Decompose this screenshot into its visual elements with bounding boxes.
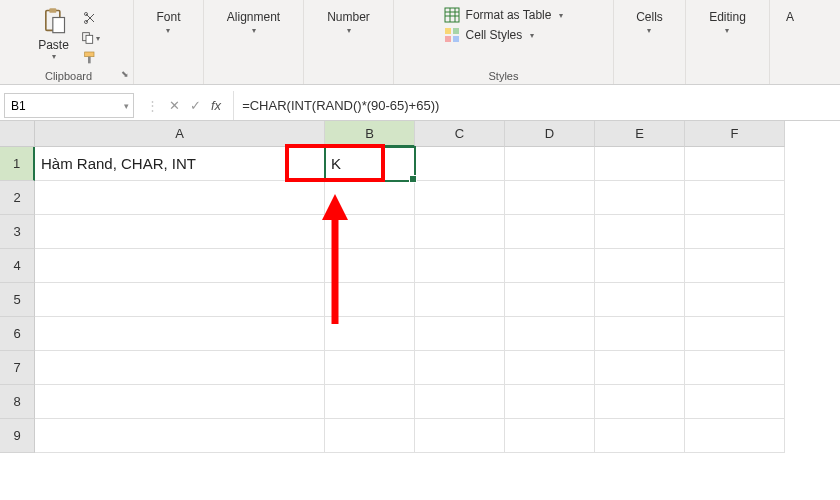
column-header-D[interactable]: D <box>505 121 595 147</box>
cell-D1[interactable] <box>505 147 595 181</box>
cell-B7[interactable] <box>325 351 415 385</box>
cell-B6[interactable] <box>325 317 415 351</box>
cell-A7[interactable] <box>35 351 325 385</box>
cut-button[interactable] <box>77 8 103 28</box>
cell-C2[interactable] <box>415 181 505 215</box>
cell-E6[interactable] <box>595 317 685 351</box>
cell-E4[interactable] <box>595 249 685 283</box>
row-header-5[interactable]: 5 <box>0 283 35 317</box>
select-all-corner[interactable] <box>0 121 35 147</box>
cell-A3[interactable] <box>35 215 325 249</box>
cell-B1[interactable]: K <box>325 147 415 181</box>
cell-A8[interactable] <box>35 385 325 419</box>
chevron-down-icon[interactable]: ▾ <box>124 101 129 111</box>
cell-D8[interactable] <box>505 385 595 419</box>
cell-C7[interactable] <box>415 351 505 385</box>
cell-E9[interactable] <box>595 419 685 453</box>
ribbon: Paste ▾ ▾ Clipboard ⬊ Font ▾ Alignment ▾… <box>0 0 840 85</box>
row-header-8[interactable]: 8 <box>0 385 35 419</box>
chevron-down-icon: ▾ <box>725 26 729 35</box>
alignment-dropdown[interactable]: Alignment ▾ <box>219 4 288 35</box>
cell-C5[interactable] <box>415 283 505 317</box>
row-header-4[interactable]: 4 <box>0 249 35 283</box>
cell-C3[interactable] <box>415 215 505 249</box>
formula-input[interactable]: =CHAR(INT(RAND()*(90-65)+65)) <box>233 91 840 120</box>
svg-rect-1 <box>49 8 56 13</box>
cell-A6[interactable] <box>35 317 325 351</box>
row-header-7[interactable]: 7 <box>0 351 35 385</box>
cell-D9[interactable] <box>505 419 595 453</box>
cell-F9[interactable] <box>685 419 785 453</box>
chevron-down-icon: ▾ <box>647 26 651 35</box>
svg-rect-15 <box>453 28 459 34</box>
cell-E5[interactable] <box>595 283 685 317</box>
cell-D4[interactable] <box>505 249 595 283</box>
cell-A1[interactable]: Hàm Rand, CHAR, INT <box>35 147 325 181</box>
cell-B3[interactable] <box>325 215 415 249</box>
cell-E8[interactable] <box>595 385 685 419</box>
row-header-9[interactable]: 9 <box>0 419 35 453</box>
cell-A9[interactable] <box>35 419 325 453</box>
format-painter-button[interactable] <box>77 48 103 68</box>
scissors-icon <box>82 10 98 26</box>
cell-F8[interactable] <box>685 385 785 419</box>
enter-icon[interactable]: ✓ <box>190 98 201 113</box>
cell-D2[interactable] <box>505 181 595 215</box>
font-dropdown[interactable]: Font ▾ <box>148 4 188 35</box>
cell-A4[interactable] <box>35 249 325 283</box>
cell-E7[interactable] <box>595 351 685 385</box>
dialog-launcher-icon[interactable]: ⬊ <box>119 68 131 80</box>
cell-F3[interactable] <box>685 215 785 249</box>
column-header-A[interactable]: A <box>35 121 325 147</box>
cell-C8[interactable] <box>415 385 505 419</box>
cell-D7[interactable] <box>505 351 595 385</box>
name-box[interactable]: B1 ▾ <box>4 93 134 118</box>
cell-B2[interactable] <box>325 181 415 215</box>
cell-F7[interactable] <box>685 351 785 385</box>
paste-button[interactable]: Paste ▾ <box>34 4 73 63</box>
svg-rect-7 <box>85 52 94 57</box>
column-header-B[interactable]: B <box>325 121 415 147</box>
fx-icon[interactable]: fx <box>211 98 221 113</box>
cell-D6[interactable] <box>505 317 595 351</box>
row-header-3[interactable]: 3 <box>0 215 35 249</box>
cell-C4[interactable] <box>415 249 505 283</box>
cell-D5[interactable] <box>505 283 595 317</box>
cell-B8[interactable] <box>325 385 415 419</box>
cell-E2[interactable] <box>595 181 685 215</box>
cell-E3[interactable] <box>595 215 685 249</box>
format-as-table-button[interactable]: Format as Table ▾ <box>442 6 566 24</box>
row-header-2[interactable]: 2 <box>0 181 35 215</box>
ribbon-group-alignment: Alignment ▾ <box>204 0 304 84</box>
cell-E1[interactable] <box>595 147 685 181</box>
cancel-icon[interactable]: ✕ <box>169 98 180 113</box>
svg-rect-16 <box>445 36 451 42</box>
cell-F4[interactable] <box>685 249 785 283</box>
cell-B5[interactable] <box>325 283 415 317</box>
cell-styles-button[interactable]: Cell Styles ▾ <box>442 26 537 44</box>
number-dropdown[interactable]: Number ▾ <box>319 4 378 35</box>
cell-C9[interactable] <box>415 419 505 453</box>
cell-C6[interactable] <box>415 317 505 351</box>
cell-F5[interactable] <box>685 283 785 317</box>
copy-button[interactable]: ▾ <box>77 28 103 48</box>
handle-icon[interactable]: ⋮ <box>146 98 159 113</box>
ribbon-group-clipboard: Paste ▾ ▾ Clipboard ⬊ <box>4 0 134 84</box>
row-header-1[interactable]: 1 <box>0 147 35 181</box>
cell-C1[interactable] <box>415 147 505 181</box>
cell-A5[interactable] <box>35 283 325 317</box>
cell-B9[interactable] <box>325 419 415 453</box>
editing-dropdown[interactable]: Editing ▾ <box>701 4 754 35</box>
column-header-C[interactable]: C <box>415 121 505 147</box>
cell-A2[interactable] <box>35 181 325 215</box>
column-header-E[interactable]: E <box>595 121 685 147</box>
cell-F6[interactable] <box>685 317 785 351</box>
cell-B4[interactable] <box>325 249 415 283</box>
cell-D3[interactable] <box>505 215 595 249</box>
chevron-down-icon: ▾ <box>347 26 351 35</box>
cell-F2[interactable] <box>685 181 785 215</box>
row-header-6[interactable]: 6 <box>0 317 35 351</box>
cells-dropdown[interactable]: Cells ▾ <box>628 4 671 35</box>
cell-F1[interactable] <box>685 147 785 181</box>
column-header-F[interactable]: F <box>685 121 785 147</box>
